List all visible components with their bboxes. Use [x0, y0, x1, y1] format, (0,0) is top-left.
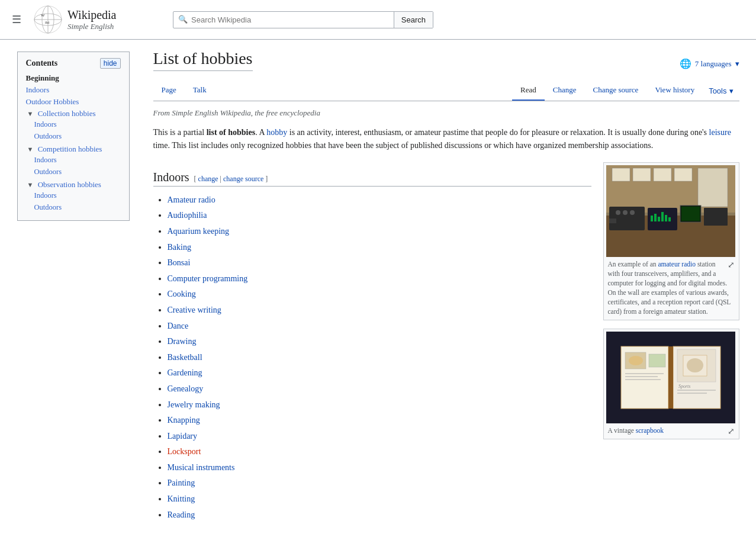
wikipedia-globe-icon: W iki — [33, 5, 63, 34]
hobby-link-basketball[interactable]: Basketball — [168, 353, 202, 362]
toc-item-col-indoors: Indoors — [34, 118, 121, 130]
toc-item-beginning: Beginning — [26, 72, 121, 84]
expand-radio-icon[interactable]: ⤢ — [728, 259, 735, 271]
main-content: List of hobbies 🌐 7 languages ▾ Page Tal… — [136, 40, 751, 535]
content-text: Indoors [ change | change source ] Amate… — [153, 162, 591, 523]
toc-collapse-competition-button[interactable]: ▼ — [26, 146, 35, 153]
hamburger-menu-button[interactable]: ☰ — [9, 11, 24, 28]
toc-link-comp-indoors[interactable]: Indoors — [34, 156, 57, 164]
toc-sub-collection: Indoors Outdoors — [26, 118, 121, 142]
tab-talk[interactable]: Talk — [185, 81, 215, 101]
list-item: Dance — [168, 319, 591, 335]
list-item: Audiophilia — [168, 208, 591, 224]
tab-change-source[interactable]: Change source — [585, 81, 647, 101]
toc-hide-button[interactable]: hide — [100, 58, 121, 69]
toc-link-collection[interactable]: Collection hobbies — [38, 109, 96, 118]
bold-list-of-hobbies: list of hobbies — [207, 128, 255, 137]
hobby-link-jewelry-making[interactable]: Jewelry making — [168, 400, 220, 409]
svg-rect-10 — [633, 168, 651, 181]
toc-item-outdoor: Outdoor Hobbies — [26, 96, 121, 108]
indoors-change-link[interactable]: change — [198, 175, 218, 183]
list-item: Gardening — [168, 365, 591, 381]
tab-change[interactable]: Change — [545, 81, 585, 101]
list-item: Computer programming — [168, 271, 591, 287]
svg-rect-42 — [677, 390, 716, 391]
search-area: 🔍 Search — [173, 11, 747, 28]
radio-station-svg — [606, 165, 735, 257]
toc-item-comp-indoors: Indoors — [34, 154, 121, 166]
hobby-link-creative-writing[interactable]: Creative writing — [168, 306, 221, 314]
list-item: Amateur radio — [168, 192, 591, 208]
tab-page[interactable]: Page — [153, 81, 185, 101]
toc-link-col-indoors[interactable]: Indoors — [34, 120, 57, 128]
toc-title: Contents — [26, 59, 58, 68]
hobby-link-genealogy[interactable]: Genealogy — [168, 384, 204, 393]
svg-rect-37 — [625, 373, 664, 374]
toc-link-observation[interactable]: Observation hobbies — [38, 180, 101, 189]
hobby-link-aquarium-keeping[interactable]: Aquarium keeping — [168, 227, 230, 236]
list-item: Baking — [168, 240, 591, 256]
search-button[interactable]: Search — [394, 12, 433, 28]
toc-link-comp-outdoors[interactable]: Outdoors — [34, 168, 62, 176]
hobby-link-computer-programming[interactable]: Computer programming — [168, 274, 248, 283]
hobby-link-knitting[interactable]: Knitting — [168, 494, 195, 503]
svg-point-21 — [616, 210, 620, 215]
list-item: Cooking — [168, 287, 591, 303]
hobby-link-locksport[interactable]: Locksport — [168, 447, 201, 456]
hobby-link-cooking[interactable]: Cooking — [168, 290, 196, 298]
language-count: 7 languages — [695, 59, 732, 69]
scrapbook-link[interactable]: scrapbook — [636, 427, 664, 434]
hobby-link-knapping[interactable]: Knapping — [168, 416, 200, 425]
search-input[interactable] — [173, 12, 394, 28]
scrapbook-svg: Sports — [606, 332, 735, 423]
list-item: Jewelry making — [168, 397, 591, 413]
site-logo[interactable]: W iki Wikipedia Simple English — [33, 5, 163, 34]
toc-link-competition[interactable]: Competition hobbies — [38, 144, 102, 153]
toc-link-obs-outdoors[interactable]: Outdoors — [34, 203, 62, 211]
svg-rect-33 — [668, 346, 673, 409]
translate-icon: 🌐 — [680, 58, 691, 69]
toc-link-indoors[interactable]: Indoors — [26, 85, 50, 94]
svg-rect-39 — [625, 379, 661, 380]
hobby-link-baking[interactable]: Baking — [168, 243, 191, 252]
hobby-link-drawing[interactable]: Drawing — [168, 337, 197, 346]
list-item: Genealogy — [168, 381, 591, 397]
toc-link-obs-indoors[interactable]: Indoors — [34, 191, 57, 200]
hobby-link-musical-instruments[interactable]: Musical instruments — [168, 463, 235, 472]
tools-dropdown-button[interactable]: Tools ▾ — [703, 82, 739, 100]
hobby-link-bonsai[interactable]: Bonsai — [168, 258, 191, 267]
hobby-link-audiophilia[interactable]: Audiophilia — [168, 211, 207, 220]
svg-rect-20 — [704, 208, 728, 226]
svg-rect-9 — [612, 168, 630, 181]
language-selector[interactable]: 🌐 7 languages ▾ — [680, 58, 739, 69]
indoors-change-source-link[interactable]: change source — [223, 175, 263, 183]
tab-right-group: Read Change Change source View history T… — [512, 81, 739, 101]
svg-point-22 — [623, 210, 628, 215]
hobby-link-lapidary[interactable]: Lapidary — [168, 432, 198, 441]
svg-point-23 — [630, 210, 635, 215]
hobby-link-amateur-radio[interactable]: Amateur radio — [168, 195, 215, 204]
toc-item-indoors: Indoors — [26, 84, 121, 96]
hobby-link-dance[interactable]: Dance — [168, 322, 189, 330]
leisure-link[interactable]: leisure — [709, 128, 731, 137]
tools-label: Tools — [709, 86, 726, 95]
toc-item-obs-indoors: Indoors — [34, 189, 121, 201]
sidebar: Contents hide Beginning Indoors Outdoor … — [5, 40, 136, 535]
toc-collapse-collection-button[interactable]: ▼ — [26, 110, 35, 117]
toc-collapse-observation-button[interactable]: ▼ — [26, 181, 35, 188]
expand-scrapbook-icon[interactable]: ⤢ — [728, 426, 735, 438]
amateur-radio-link[interactable]: amateur radio — [658, 261, 696, 268]
toc-link-beginning[interactable]: Beginning — [26, 73, 59, 82]
hobby-link-painting[interactable]: Painting — [168, 478, 195, 487]
list-item: Basketball — [168, 350, 591, 366]
hobby-link[interactable]: hobby — [266, 128, 287, 137]
tab-read[interactable]: Read — [512, 81, 545, 101]
toc-link-col-outdoors[interactable]: Outdoors — [34, 132, 62, 140]
list-item: Aquarium keeping — [168, 224, 591, 240]
toc-link-outdoor[interactable]: Outdoor Hobbies — [26, 97, 79, 106]
hobby-link-gardening[interactable]: Gardening — [168, 368, 202, 377]
tab-view-history[interactable]: View history — [646, 81, 703, 101]
svg-point-36 — [629, 356, 643, 365]
hobby-link-reading[interactable]: Reading — [168, 510, 195, 519]
list-item: Locksport — [168, 444, 591, 460]
